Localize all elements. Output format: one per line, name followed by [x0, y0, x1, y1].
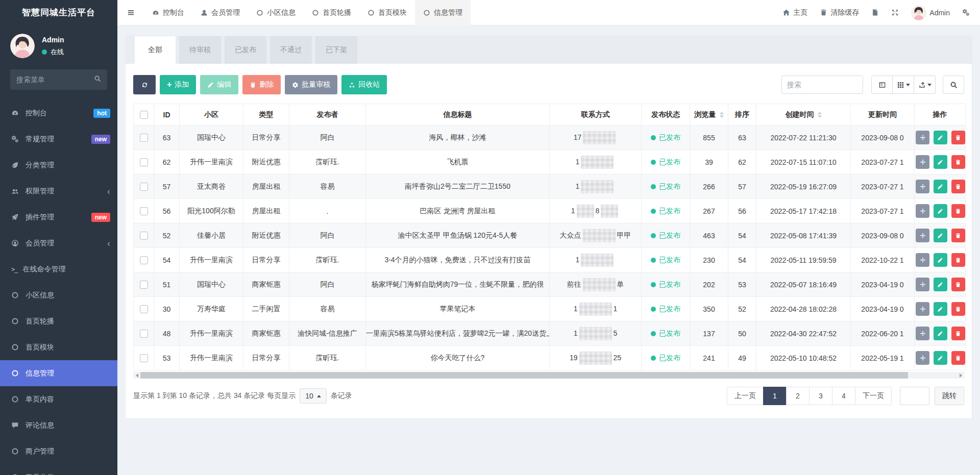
sidebar-item-gauge[interactable]: 控制台 hot [0, 100, 117, 126]
filter-tab-全部[interactable]: 全部 [135, 36, 176, 64]
row-edit-button[interactable] [934, 204, 947, 218]
page-button-下一页[interactable]: 下一页 [855, 387, 892, 405]
row-move-button[interactable] [916, 302, 929, 316]
sidebar-item-首页模块[interactable]: 首页模块 [0, 334, 117, 360]
topnav-tab-信息管理[interactable]: 信息管理 [415, 0, 471, 26]
sidebar-item-单页内容[interactable]: 单页内容 [0, 386, 117, 412]
sidebar-item-comment[interactable]: 评论信息 [0, 412, 117, 438]
page-button-2[interactable]: 2 [786, 387, 810, 405]
topnav-tab-会员管理[interactable]: 会员管理 [192, 0, 248, 26]
detail-view-button[interactable] [871, 76, 893, 94]
row-move-button[interactable] [916, 155, 929, 169]
row-delete-button[interactable] [951, 229, 965, 242]
row-edit-button[interactable] [934, 327, 947, 340]
columns-button[interactable] [893, 76, 914, 94]
menu-search-input[interactable] [10, 69, 107, 90]
batch-audit-button[interactable]: 批量审核 [285, 75, 337, 94]
row-delete-button[interactable] [951, 351, 965, 365]
recycle-bin-button[interactable]: 回收站 [341, 75, 387, 94]
select-all-checkbox[interactable] [140, 111, 148, 119]
row-edit-button[interactable] [934, 302, 947, 316]
page-jump-input[interactable] [900, 387, 929, 405]
table-search-input[interactable] [781, 76, 863, 94]
row-edit-button[interactable] [934, 253, 947, 267]
sidebar-item-小区信息[interactable]: 小区信息 [0, 282, 117, 308]
edit-button[interactable]: 编辑 [200, 75, 238, 94]
row-checkbox[interactable] [140, 183, 148, 191]
filter-tab-待审核[interactable]: 待审核 [179, 36, 221, 64]
row-checkbox[interactable] [140, 207, 148, 215]
row-checkbox[interactable] [140, 232, 148, 240]
export-button[interactable] [914, 76, 936, 94]
page-button-上一页[interactable]: 上一页 [727, 387, 764, 405]
row-edit-button[interactable] [934, 180, 947, 193]
row-move-button[interactable] [916, 229, 929, 242]
user-menu[interactable]: Admin [911, 5, 950, 20]
sidebar-item-首页轮播[interactable]: 首页轮播 [0, 308, 117, 334]
row-edit-button[interactable] [934, 155, 947, 169]
scrollbar-thumb[interactable] [140, 372, 908, 379]
row-move-button[interactable] [916, 351, 929, 365]
row-checkbox[interactable] [140, 281, 148, 289]
add-button[interactable]: + 添加 [160, 75, 196, 94]
filter-tab-不通过[interactable]: 不通过 [270, 36, 312, 64]
row-checkbox[interactable] [140, 158, 148, 166]
row-move-button[interactable] [916, 253, 929, 267]
row-checkbox[interactable] [140, 330, 148, 338]
filter-tab-已下架[interactable]: 已下架 [315, 36, 357, 64]
home-link[interactable]: 主页 [782, 8, 807, 17]
language-icon[interactable] [871, 9, 879, 16]
row-delete-button[interactable] [951, 131, 965, 144]
page-size-select[interactable]: 10 [300, 388, 327, 404]
page-button-4[interactable]: 4 [832, 387, 855, 405]
hamburger-menu-icon[interactable] [117, 0, 144, 26]
scrollbar-track[interactable] [140, 372, 957, 379]
fullscreen-icon[interactable] [891, 9, 899, 16]
topnav-tab-首页轮播[interactable]: 首页轮播 [304, 0, 359, 26]
sidebar-item-users[interactable]: 权限管理 ‹ [0, 178, 117, 204]
topnav-tab-小区信息[interactable]: 小区信息 [248, 0, 304, 26]
row-delete-button[interactable] [951, 327, 965, 340]
row-move-button[interactable] [916, 180, 929, 193]
row-delete-button[interactable] [951, 302, 965, 316]
page-button-1[interactable]: 1 [763, 387, 787, 405]
row-move-button[interactable] [916, 204, 929, 218]
row-delete-button[interactable] [951, 278, 965, 291]
scroll-left-arrow[interactable] [133, 372, 140, 379]
delete-button[interactable]: 删除 [242, 75, 281, 94]
search-toggle-button[interactable] [943, 76, 964, 94]
row-delete-button[interactable] [951, 180, 965, 193]
scroll-right-arrow[interactable] [957, 372, 964, 379]
row-edit-button[interactable] [934, 131, 947, 144]
sidebar-item-rocket[interactable]: 插件管理 new [0, 204, 117, 230]
row-move-button[interactable] [916, 278, 929, 291]
col-created[interactable]: 创建时间 [756, 104, 851, 126]
topnav-tab-控制台[interactable]: 控制台 [144, 0, 192, 26]
row-move-button[interactable] [916, 131, 929, 144]
row-checkbox[interactable] [140, 305, 148, 313]
topnav-tab-首页模块[interactable]: 首页模块 [359, 0, 415, 26]
user-avatar[interactable] [10, 34, 35, 58]
row-delete-button[interactable] [951, 155, 965, 169]
row-edit-button[interactable] [934, 229, 947, 242]
filter-tab-已发布[interactable]: 已发布 [225, 36, 266, 64]
settings-gear-icon[interactable] [962, 9, 970, 16]
row-delete-button[interactable] [951, 253, 965, 267]
sidebar-item-cogs[interactable]: 常规管理 new [0, 126, 117, 152]
clear-cache-button[interactable]: 清除缓存 [820, 8, 859, 17]
sidebar-item-商户管理[interactable]: 商户管理 [0, 438, 117, 464]
sidebar-item-leaf[interactable]: 分类管理 [0, 152, 117, 178]
sidebar-item-terminal[interactable]: >_ 在线命令管理 [0, 256, 117, 282]
row-checkbox[interactable] [140, 256, 148, 264]
sidebar-item-商品分类[interactable]: 商品分类 [0, 464, 117, 475]
row-move-button[interactable] [916, 327, 929, 340]
page-button-3[interactable]: 3 [809, 387, 832, 405]
row-checkbox[interactable] [140, 134, 148, 142]
page-jump-button[interactable]: 跳转 [935, 387, 964, 405]
col-views[interactable]: 浏览量 [690, 104, 728, 126]
sidebar-item-user-circle[interactable]: 会员管理 ‹ [0, 230, 117, 256]
refresh-button[interactable] [133, 75, 156, 94]
sidebar-item-信息管理[interactable]: 信息管理 [0, 360, 117, 386]
row-delete-button[interactable] [951, 204, 965, 218]
row-edit-button[interactable] [934, 278, 947, 291]
